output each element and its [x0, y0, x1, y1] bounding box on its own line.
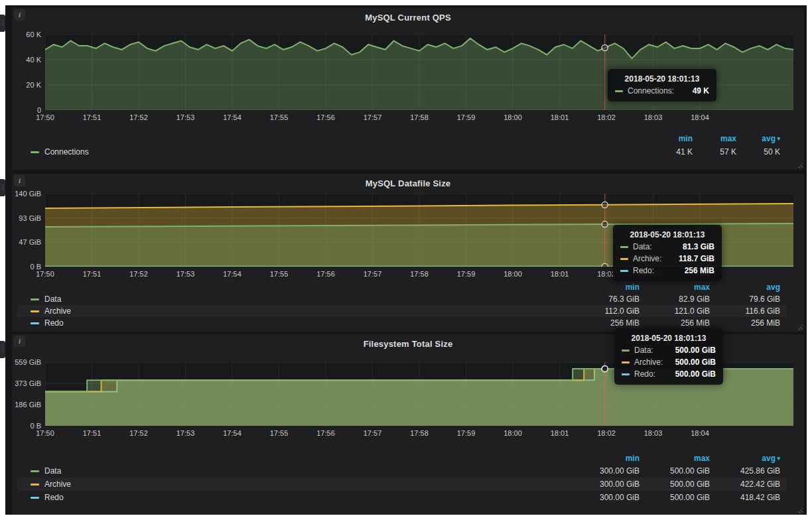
legend-avg-value: 116.6 GiB — [716, 306, 787, 316]
x-tick-label: 17:53 — [176, 429, 195, 437]
x-tick-label: 18:01 — [551, 429, 569, 437]
legend-series-row: Data300.00 GiB500.00 GiB425.86 GiB — [17, 464, 787, 478]
x-tick-label: 17:56 — [316, 429, 335, 437]
y-tick-label: 60 K — [12, 31, 41, 38]
tooltip-series-value: 118.7 GiB — [668, 254, 714, 263]
series-color-swatch-icon — [31, 484, 39, 486]
x-tick-label: 17:52 — [129, 429, 148, 437]
legend-sort-min[interactable]: min — [576, 283, 646, 292]
tooltip-series-label: Redo: — [633, 266, 654, 275]
tooltip-series-label: Archive: — [634, 358, 663, 367]
row-drag-handle[interactable]: ⋮ — [0, 179, 5, 196]
tooltip-series-row: Redo:500.00 GiB — [622, 369, 716, 379]
x-tick-label: 17:57 — [364, 113, 382, 121]
tooltip-series-row: Archive:118.7 GiB — [620, 254, 714, 263]
legend-header-row: minmaxavg ▾ — [17, 133, 787, 145]
row-drag-handle[interactable]: ⋮ — [0, 341, 5, 358]
legend-avg-value: 50 K — [743, 147, 787, 157]
x-tick-label: 17:54 — [223, 429, 241, 437]
legend-min-value: 300.00 GiB — [576, 480, 646, 489]
legend-sort-avg[interactable]: avg — [716, 283, 787, 292]
tooltip-series-row: Data:500.00 GiB — [622, 346, 716, 355]
legend-sort-max[interactable]: max — [646, 283, 716, 292]
x-tick-label: 17:52 — [129, 270, 148, 278]
legend-min-value: 300.00 GiB — [576, 493, 646, 502]
x-tick-label: 17:55 — [270, 113, 289, 121]
legend-series-toggle[interactable]: Archive — [17, 480, 576, 489]
legend-sort-min[interactable]: min — [576, 454, 646, 463]
panel-title[interactable]: MySQL Datafile Size — [12, 174, 804, 188]
x-tick-label: 18:02 — [597, 113, 616, 121]
series-color-swatch-icon — [31, 310, 39, 312]
panel-resize-handle[interactable] — [797, 507, 803, 513]
legend-sort-min[interactable]: min — [655, 134, 699, 143]
sort-caret-icon: ▾ — [776, 455, 780, 462]
tooltip-series-label: Connections: — [628, 86, 674, 96]
x-tick-label: 18:01 — [551, 113, 569, 121]
tooltip-series-swatch-icon — [622, 373, 630, 375]
legend-series-row: Archive112.0 GiB121.0 GiB116.6 GiB — [17, 305, 787, 317]
tooltip-series-label: Archive: — [633, 254, 661, 263]
legend-sort-avg[interactable]: avg ▾ — [716, 454, 787, 463]
x-tick-label: 17:56 — [316, 113, 335, 121]
legend-min-value: 300.00 GiB — [576, 466, 646, 476]
legend-min-value: 41 K — [655, 147, 699, 157]
legend-min-value: 256 MiB — [576, 318, 646, 328]
tooltip-series-row: Redo:256 MiB — [620, 266, 714, 275]
legend-max-value: 121.0 GiB — [646, 306, 716, 316]
y-tick-label: 140 GiB — [12, 190, 41, 198]
legend-series-toggle[interactable]: Data — [17, 466, 576, 476]
legend-series-row: Archive300.00 GiB500.00 GiB422.42 GiB — [17, 478, 787, 491]
tooltip-series-value: 500.00 GiB — [665, 358, 716, 367]
y-tick-label: 186 GiB — [12, 401, 41, 409]
tooltip-series-value: 49 K — [682, 86, 709, 96]
legend-series-toggle[interactable]: Connections — [17, 147, 655, 157]
x-tick-label: 17:57 — [364, 270, 382, 278]
legend-sort-avg[interactable]: avg ▾ — [743, 134, 787, 143]
crosshair-point-connections — [602, 45, 608, 51]
legend-series-toggle[interactable]: Redo — [17, 318, 576, 328]
legend-sort-max[interactable]: max — [699, 134, 743, 143]
series-name: Data — [44, 294, 61, 304]
tooltip-series-value: 500.00 GiB — [665, 346, 716, 355]
legend-max-value: 256 MiB — [646, 318, 716, 328]
legend-max-value: 82.9 GiB — [646, 294, 716, 304]
y-tick-label: 93 GiB — [12, 214, 41, 222]
legend-avg-value: 422.42 GiB — [716, 480, 787, 489]
x-tick-label: 17:53 — [176, 113, 195, 121]
panel-info-icon[interactable]: i — [14, 336, 25, 347]
crosshair-point-data — [602, 222, 608, 228]
panel-info-icon[interactable]: i — [14, 9, 25, 21]
x-tick-label: 17:54 — [223, 113, 241, 121]
y-tick-label: 20 K — [12, 81, 41, 89]
tooltip-series-row: Connections:49 K — [615, 86, 709, 96]
series-color-swatch-icon — [31, 298, 39, 300]
legend-avg-value: 256 MiB — [716, 318, 787, 328]
y-tick-label: 40 K — [12, 56, 41, 64]
legend-sort-max[interactable]: max — [646, 454, 716, 463]
panel-info-icon[interactable]: i — [14, 175, 25, 186]
row-drag-handle[interactable]: ⋮ — [0, 15, 5, 32]
graph-tooltip: 2018-05-20 18:01:13Connections:49 K — [608, 69, 716, 101]
legend-series-row: Redo256 MiB256 MiB256 MiB — [17, 317, 787, 329]
legend-max-value: 500.00 GiB — [646, 466, 716, 476]
x-tick-label: 17:54 — [223, 270, 241, 278]
legend-min-value: 112.0 GiB — [576, 306, 646, 316]
tooltip-timestamp: 2018-05-20 18:01:13 — [622, 334, 716, 343]
x-tick-label: 18:02 — [597, 429, 616, 437]
x-tick-label: 17:56 — [316, 270, 335, 278]
legend-header-row: minmaxavg ▾ — [17, 452, 787, 464]
crosshair-point-redo — [602, 366, 608, 372]
panel-resize-handle[interactable] — [797, 324, 803, 330]
panel-resize-handle[interactable] — [797, 162, 803, 168]
legend-series-toggle[interactable]: Data — [17, 294, 576, 304]
x-tick-label: 18:03 — [644, 113, 663, 121]
legend-series-toggle[interactable]: Redo — [17, 493, 576, 502]
legend: minmaxavg ▾Data300.00 GiB500.00 GiB425.8… — [17, 452, 787, 504]
tooltip-series-swatch-icon — [615, 90, 623, 92]
tooltip-series-swatch-icon — [620, 246, 628, 248]
graph-tooltip: 2018-05-20 18:01:13Data:500.00 GiBArchiv… — [614, 328, 723, 385]
x-tick-label: 18:04 — [691, 429, 709, 437]
legend-series-toggle[interactable]: Archive — [17, 306, 576, 316]
panel-title[interactable]: MySQL Current QPS — [12, 8, 804, 23]
